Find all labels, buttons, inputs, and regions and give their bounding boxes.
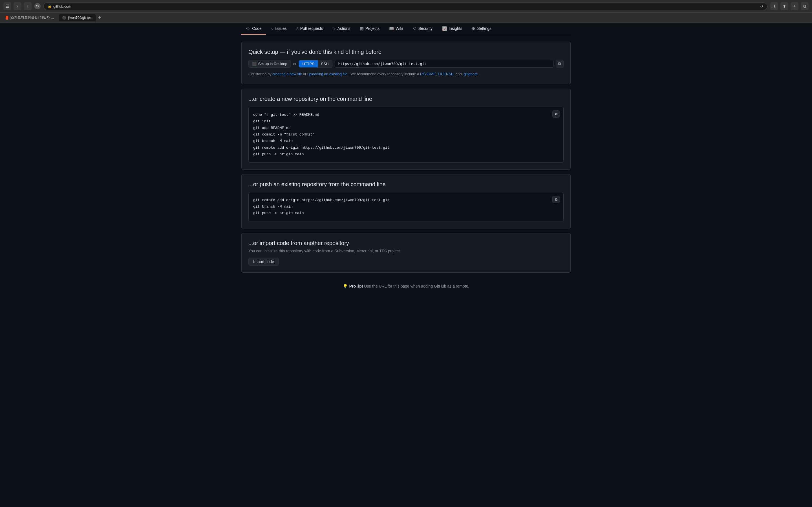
push-cmd-line-1: git remote add origin https://github.com… (253, 197, 559, 203)
forward-btn[interactable]: › (24, 2, 32, 10)
https-tab[interactable]: HTTPS (299, 60, 318, 67)
browser-chrome: ☰ ‹ › 🛡 🔒 github.com ↺ ⬇ ⬆ ＋ ⧉ (0, 0, 812, 13)
browser-controls: ☰ ‹ › (3, 2, 32, 10)
page-wrapper: <> Code ○ Issues ⑃ Pull requests ▷ Actio… (237, 23, 575, 302)
share-btn[interactable]: ⬆ (780, 2, 788, 10)
quick-setup-card: Quick setup — if you've done this kind o… (241, 42, 571, 84)
window-btn[interactable]: ⧉ (801, 2, 809, 10)
create-repo-card: ...or create a new repository on the com… (241, 89, 571, 170)
nav-label-projects: Projects (365, 26, 380, 31)
create-repo-section: ...or create a new repository on the com… (242, 89, 570, 169)
reload-btn[interactable]: ↺ (760, 4, 763, 8)
quick-setup-section: Quick setup — if you've done this kind o… (242, 42, 570, 84)
readme-link[interactable]: README (420, 72, 436, 76)
setup-controls-row: ⬛ Set up in Desktop or HTTPS SSH ⧉ (248, 60, 564, 68)
pr-icon: ⑃ (296, 26, 299, 31)
tab-favicon-2: ⚫ (62, 16, 66, 20)
nav-item-actions[interactable]: ▷ Actions (328, 23, 355, 35)
issues-icon: ○ (271, 26, 273, 31)
nav-item-pull-requests[interactable]: ⑃ Pull requests (292, 23, 327, 35)
copy-create-commands-btn[interactable]: ⧉ (552, 110, 560, 118)
extension-icon: 🛡 (35, 3, 41, 9)
desktop-btn-label: Set up in Desktop (258, 62, 287, 66)
nav-label-issues: Issues (275, 26, 287, 31)
create-repo-commands: ⧉ echo "# git-test" >> README.md git ini… (248, 107, 564, 163)
wiki-icon: 📖 (389, 26, 394, 31)
protocol-tabs: HTTPS SSH (299, 60, 332, 68)
cmd-line-3: git add README.md (253, 125, 559, 131)
tab-1[interactable]: [스파르타코딩클럽] 개발자 취업 필수 개념 - 2주차 (2, 13, 59, 22)
back-btn[interactable]: ‹ (13, 2, 21, 10)
tab-bar: [스파르타코딩클럽] 개발자 취업 필수 개념 - 2주차 ⚫ jiwon709… (0, 13, 812, 23)
or-text: or (293, 62, 297, 66)
tab-label-2: jiwon709/git-test (68, 16, 93, 20)
push-existing-section: ...or push an existing repository from t… (242, 174, 570, 228)
nav-label-wiki: Wiki (396, 26, 403, 31)
push-existing-title: ...or push an existing repository from t… (248, 181, 564, 187)
new-tab-btn[interactable]: ＋ (791, 2, 799, 10)
new-tab-button[interactable]: + (96, 15, 103, 20)
actions-icon: ▷ (333, 26, 336, 31)
ssh-tab[interactable]: SSH (318, 60, 332, 67)
nav-label-insights: Insights (449, 26, 462, 31)
copy-url-button[interactable]: ⧉ (556, 60, 564, 68)
desktop-icon: ⬛ (252, 62, 257, 66)
code-icon: <> (246, 26, 250, 31)
push-cmd-line-3: git push -u origin main (253, 210, 559, 216)
setup-description: Get started by creating a new file or up… (248, 71, 564, 77)
create-file-link[interactable]: creating a new file (272, 72, 302, 76)
settings-icon: ⚙ (472, 26, 475, 31)
pro-tip-text: ProTip! Use the URL for this page when a… (349, 284, 469, 288)
pro-tip-icon: 💡 (343, 284, 348, 288)
sidebar-toggle-btn[interactable]: ☰ (3, 2, 11, 10)
insights-icon: 📈 (442, 26, 447, 31)
cmd-line-5: git branch -M main (253, 138, 559, 144)
repo-nav: <> Code ○ Issues ⑃ Pull requests ▷ Actio… (241, 23, 571, 35)
nav-label-settings: Settings (477, 26, 492, 31)
nav-item-projects[interactable]: ▦ Projects (356, 23, 384, 35)
url-text: github.com (53, 4, 71, 8)
nav-item-insights[interactable]: 📈 Insights (438, 23, 467, 35)
lock-icon: 🔒 (48, 4, 52, 8)
cmd-line-7: git push -u origin main (253, 151, 559, 158)
nav-item-issues[interactable]: ○ Issues (267, 23, 291, 35)
import-code-card: ...or import code from another repositor… (241, 233, 571, 273)
security-icon: 🛡 (413, 26, 417, 31)
push-existing-card: ...or push an existing repository from t… (241, 174, 571, 228)
tab-label-1: [스파르타코딩클럽] 개발자 취업 필수 개념 - 2주차 (10, 15, 55, 20)
license-link[interactable]: LICENSE (438, 72, 454, 76)
push-cmd-line-2: git branch -M main (253, 203, 559, 210)
upload-file-link[interactable]: uploading an existing file (307, 72, 347, 76)
browser-actions: ⬇ ⬆ ＋ ⧉ (770, 2, 809, 10)
cmd-line-4: git commit -m "first commit" (253, 131, 559, 138)
pro-tip: 💡 ProTip! Use the URL for this page when… (241, 277, 571, 295)
content-area: Quick setup — if you've done this kind o… (241, 35, 571, 302)
download-btn[interactable]: ⬇ (770, 2, 778, 10)
push-existing-commands: ⧉ git remote add origin https://github.c… (248, 192, 564, 221)
quick-setup-title: Quick setup — if you've done this kind o… (248, 49, 564, 55)
tab-2[interactable]: ⚫ jiwon709/git-test (59, 14, 96, 21)
create-repo-title: ...or create a new repository on the com… (248, 96, 564, 102)
import-title: ...or import code from another repositor… (248, 240, 564, 246)
nav-label-actions: Actions (338, 26, 350, 31)
address-bar[interactable]: 🔒 github.com ↺ (43, 3, 767, 10)
nav-label-pull-requests: Pull requests (300, 26, 323, 31)
nav-label-security: Security (418, 26, 433, 31)
gitignore-link[interactable]: .gitignore (463, 72, 477, 76)
import-code-button[interactable]: Import code (248, 258, 279, 266)
nav-item-security[interactable]: 🛡 Security (408, 23, 437, 35)
import-description: You can initialize this repository with … (248, 249, 564, 253)
repo-url-input[interactable] (335, 60, 553, 68)
nav-item-code[interactable]: <> Code (241, 23, 266, 35)
copy-push-commands-btn[interactable]: ⧉ (552, 196, 560, 203)
projects-icon: ▦ (360, 26, 364, 31)
nav-label-code: Code (252, 26, 261, 31)
nav-item-wiki[interactable]: 📖 Wiki (385, 23, 407, 35)
cmd-line-2: git init (253, 118, 559, 124)
nav-item-settings[interactable]: ⚙ Settings (467, 23, 496, 35)
tab-favicon-1 (6, 16, 8, 20)
cmd-line-1: echo "# git-test" >> README.md (253, 112, 559, 118)
setup-desktop-button[interactable]: ⬛ Set up in Desktop (248, 60, 291, 68)
import-code-section: ...or import code from another repositor… (242, 233, 570, 272)
cmd-line-6: git remote add origin https://github.com… (253, 145, 559, 151)
